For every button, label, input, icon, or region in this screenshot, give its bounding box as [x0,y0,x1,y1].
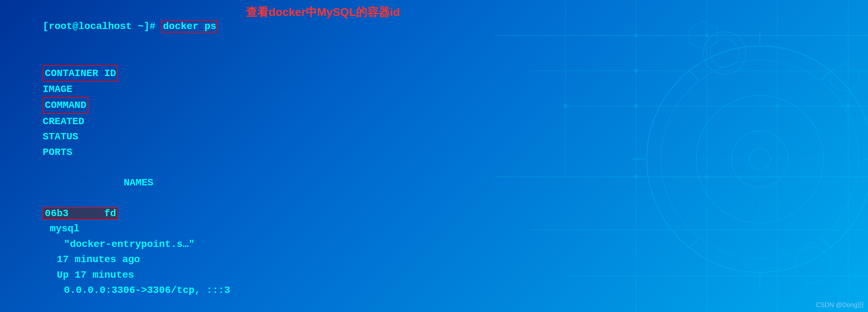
command-value: "docker-entrypoint.s…" [64,239,195,250]
line1-prompt: [root@localhost ~]# docker ps [7,4,218,50]
table-header-row: CONTAINER ID IMAGE COMMAND CREATED STATU… [7,50,861,175]
created-header: CREATED [43,116,84,127]
container-id-header: CONTAINER ID [43,65,118,82]
image-value: mysql [50,223,80,234]
status-header: STATUS [43,131,78,142]
names-header-row: NAMES [7,175,861,190]
created-value: 17 minutes ago [57,254,140,265]
header-line: CONTAINER ID IMAGE COMMAND CREATED STATU… [7,50,183,175]
terminal-window: [root@localhost ~]# docker ps 查看docker中M… [0,0,868,312]
image-header: IMAGE [43,84,72,95]
container-id-value: 06b3169f1dfd [43,207,118,220]
docker-ps-cmd: docker ps [162,20,218,33]
names-header: NAMES [7,175,861,190]
annotation-title: 查看docker中MySQL的容器id [246,4,400,21]
ports-header: PORTS [43,147,72,158]
data-line: 06b3169f1dfd mysql "docker-entrypoint.s…… [7,191,230,312]
csdn-watermark: CSDN @Dong旧 [816,301,864,309]
container-data-row: 06b3169f1dfd mysql "docker-entrypoint.s…… [7,191,861,312]
command-header: COMMAND [43,97,89,114]
status-value: Up 17 minutes [57,270,134,281]
ports-value: 0.0.0.0:3306->3306/tcp, :::3 [64,285,230,296]
